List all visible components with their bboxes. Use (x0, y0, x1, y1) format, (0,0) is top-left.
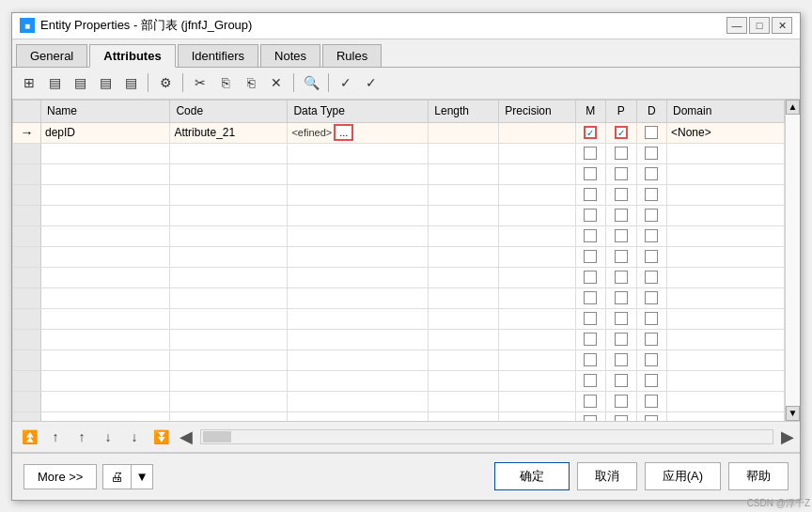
checkbox-m-empty[interactable] (584, 271, 597, 284)
checkbox-p-empty[interactable] (615, 374, 628, 387)
checkbox-p[interactable]: ✓ (615, 126, 628, 139)
horizontal-scrollbar[interactable] (200, 429, 773, 444)
scroll-left-icon[interactable]: ◀ (180, 427, 193, 447)
checkbox-m-empty[interactable] (584, 353, 597, 366)
horizontal-scroll-right[interactable]: ▶ (781, 427, 794, 447)
cell-m[interactable]: ✓ (575, 122, 605, 143)
checkbox-p-empty[interactable] (615, 333, 628, 346)
more-button[interactable]: More >> (23, 464, 97, 489)
toolbar-delete-icon[interactable]: ✕ (265, 71, 288, 94)
checkbox-d-empty[interactable] (645, 353, 658, 366)
toolbar-search-icon[interactable]: 🔍 (300, 71, 322, 94)
maximize-button[interactable]: □ (749, 17, 770, 34)
scroll-right-icon[interactable]: ▶ (781, 427, 794, 447)
checkbox-m[interactable]: ✓ (584, 126, 597, 139)
toolbar-list3-icon[interactable]: ▤ (94, 71, 117, 94)
toolbar-paste-icon[interactable]: ⎗ (240, 71, 262, 94)
table-container[interactable]: Name Code Data Type Length Precision M P… (12, 100, 785, 421)
cell-length[interactable] (429, 122, 499, 143)
tab-general[interactable]: General (16, 44, 87, 67)
checkbox-d-empty[interactable] (645, 271, 658, 284)
toolbar-check1-icon[interactable]: ✓ (335, 71, 357, 94)
checkbox-p-empty[interactable] (615, 147, 628, 160)
checkbox-d-empty[interactable] (645, 229, 658, 242)
checkbox-m-empty[interactable] (584, 167, 597, 180)
checkbox-d-empty[interactable] (645, 312, 658, 325)
help-button[interactable]: 帮助 (728, 462, 789, 490)
close-button[interactable]: ✕ (772, 17, 792, 34)
scroll-track[interactable] (786, 115, 800, 406)
cell-d[interactable] (636, 122, 666, 143)
checkbox-m-empty[interactable] (584, 209, 597, 222)
checkbox-d-empty[interactable] (645, 250, 658, 263)
apply-button[interactable]: 应用(A) (645, 462, 721, 490)
checkbox-d-empty[interactable] (645, 291, 658, 304)
move-up-alt-button[interactable]: ↑ (70, 426, 93, 448)
toolbar-list4-icon[interactable]: ▤ (119, 71, 142, 94)
checkbox-p-empty[interactable] (615, 312, 628, 325)
toolbar-grid-icon[interactable]: ⊞ (18, 71, 40, 94)
toolbar-settings-icon[interactable]: ⚙ (154, 71, 177, 94)
checkbox-m-empty[interactable] (584, 415, 597, 421)
move-down-button[interactable]: ↓ (97, 426, 119, 448)
toolbar-list1-icon[interactable]: ▤ (43, 71, 66, 94)
print-button[interactable]: 🖨 (102, 464, 132, 489)
checkbox-m-empty[interactable] (584, 395, 597, 408)
horizontal-scroll-indicator[interactable]: ◀ (180, 427, 193, 447)
checkbox-p-empty[interactable] (615, 167, 628, 180)
checkbox-m-empty[interactable] (584, 188, 597, 201)
cancel-button[interactable]: 取消 (577, 462, 637, 490)
print-dropdown-button[interactable]: ▼ (132, 464, 152, 489)
checkbox-p-empty[interactable] (615, 209, 628, 222)
checkbox-m-empty[interactable] (584, 291, 597, 304)
checkbox-d-empty[interactable] (645, 167, 658, 180)
move-top-button[interactable]: ⏫ (18, 426, 40, 448)
checkbox-m-empty[interactable] (584, 374, 597, 387)
checkbox-m-empty[interactable] (584, 333, 597, 346)
checkbox-p-empty[interactable] (615, 353, 628, 366)
checkbox-m-empty[interactable] (584, 312, 597, 325)
toolbar-list2-icon[interactable]: ▤ (69, 71, 91, 94)
move-bottom-button[interactable]: ⏬ (149, 426, 172, 448)
checkbox-p-empty[interactable] (615, 271, 628, 284)
confirm-button[interactable]: 确定 (494, 462, 570, 490)
checkbox-d-empty[interactable] (645, 147, 658, 160)
tab-rules[interactable]: Rules (322, 44, 382, 67)
toolbar-check2-icon[interactable]: ✓ (360, 71, 383, 94)
toolbar-copy-icon[interactable]: ⎘ (214, 71, 237, 94)
checkbox-d-empty[interactable] (645, 209, 658, 222)
checkbox-p-empty[interactable] (615, 415, 628, 421)
checkbox-p-empty[interactable] (615, 229, 628, 242)
cell-datatype[interactable]: <efined> ... (288, 122, 429, 143)
cell-code[interactable]: Attribute_21 (170, 122, 288, 143)
minimize-button[interactable]: — (726, 17, 747, 34)
checkbox-d-empty[interactable] (645, 374, 658, 387)
scrollbar-thumb[interactable] (203, 431, 231, 442)
move-up-button[interactable]: ↑ (44, 426, 67, 448)
checkbox-d[interactable] (645, 126, 658, 139)
cell-name[interactable]: depID (40, 122, 169, 143)
tab-notes[interactable]: Notes (260, 44, 320, 67)
cell-domain[interactable]: <None> (666, 122, 784, 143)
scroll-up-button[interactable]: ▲ (786, 100, 800, 115)
checkbox-d-empty[interactable] (645, 333, 658, 346)
checkbox-p-empty[interactable] (615, 395, 628, 408)
checkbox-m-empty[interactable] (584, 229, 597, 242)
tab-identifiers[interactable]: Identifiers (178, 44, 258, 67)
checkbox-d-empty[interactable] (645, 188, 658, 201)
checkbox-p-empty[interactable] (615, 188, 628, 201)
checkbox-m-empty[interactable] (584, 250, 597, 263)
vertical-scrollbar[interactable]: ▲ ▼ (785, 100, 800, 421)
checkbox-d-empty[interactable] (645, 415, 658, 421)
checkbox-d-empty[interactable] (645, 395, 658, 408)
checkbox-p-empty[interactable] (615, 291, 628, 304)
checkbox-m-empty[interactable] (584, 147, 597, 160)
checkbox-p-empty[interactable] (615, 250, 628, 263)
tab-attributes[interactable]: Attributes (89, 44, 175, 68)
scroll-down-button[interactable]: ▼ (786, 406, 800, 421)
cell-precision[interactable] (499, 122, 575, 143)
cell-p[interactable]: ✓ (606, 122, 636, 143)
move-down-alt-button[interactable]: ↓ (123, 426, 146, 448)
datatype-browse-button[interactable]: ... (334, 124, 353, 141)
toolbar-cut-icon[interactable]: ✂ (189, 71, 211, 94)
